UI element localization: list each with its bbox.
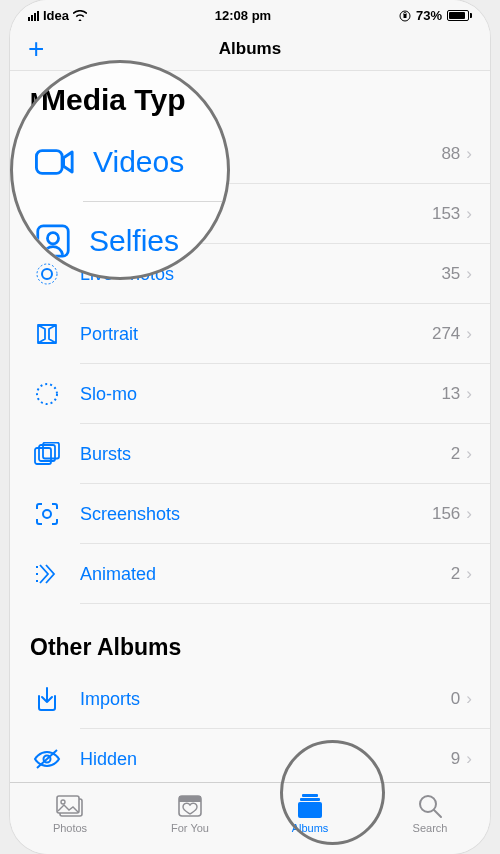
row-label: Screenshots <box>64 504 432 525</box>
svg-line-23 <box>434 810 441 817</box>
row-count: 0 <box>451 689 466 709</box>
status-bar: Idea 12:08 pm 73% <box>10 0 490 27</box>
row-label: Imports <box>64 689 451 710</box>
bursts-icon <box>30 437 64 471</box>
row-count: 274 <box>432 324 466 344</box>
svg-point-11 <box>43 510 51 518</box>
page-title: Albums <box>219 39 281 59</box>
media-row-screenshots[interactable]: Screenshots 156 › <box>10 484 490 544</box>
row-count: 2 <box>451 444 466 464</box>
tab-label: Search <box>413 822 448 834</box>
chevron-right-icon: › <box>466 564 472 584</box>
row-count: 2 <box>451 564 466 584</box>
section-media-types-heading: Media Types <box>10 71 490 124</box>
svg-point-5 <box>42 269 52 279</box>
chevron-right-icon: › <box>466 264 472 284</box>
row-label: Selfies <box>64 204 432 225</box>
photos-tab-icon <box>55 792 85 820</box>
svg-rect-2 <box>34 146 52 162</box>
add-button[interactable]: + <box>28 33 44 65</box>
tab-label: Albums <box>292 822 329 834</box>
row-count: 88 <box>441 144 466 164</box>
tab-bar: Photos For You Albums Search <box>10 782 490 854</box>
slomo-icon <box>30 377 64 411</box>
section-other-albums-heading: Other Albums <box>10 604 490 669</box>
svg-rect-21 <box>298 802 322 818</box>
row-label: Portrait <box>64 324 432 345</box>
battery-icon <box>447 10 472 21</box>
tab-label: For You <box>171 822 209 834</box>
nav-bar: + Albums <box>10 27 490 71</box>
albums-tab-icon <box>295 792 325 820</box>
media-row-slomo[interactable]: Slo-mo 13 › <box>10 364 490 424</box>
selfie-icon <box>30 197 64 231</box>
row-count: 156 <box>432 504 466 524</box>
row-count: 9 <box>451 749 466 769</box>
svg-point-7 <box>37 384 57 404</box>
row-label: Hidden <box>64 749 451 770</box>
chevron-right-icon: › <box>466 384 472 404</box>
other-row-imports[interactable]: Imports 0 › <box>10 669 490 729</box>
media-row-portrait[interactable]: Portrait 274 › <box>10 304 490 364</box>
animated-icon <box>30 557 64 591</box>
carrier-label: Idea <box>43 8 69 23</box>
row-label: Videos <box>64 144 441 165</box>
row-label: Slo-mo <box>64 384 441 405</box>
screenshots-icon <box>30 497 64 531</box>
media-row-videos[interactable]: Videos 88 › <box>10 124 490 184</box>
row-label: Animated <box>64 564 451 585</box>
chevron-right-icon: › <box>466 749 472 769</box>
svg-point-6 <box>37 264 57 284</box>
tab-search[interactable]: Search <box>370 783 490 854</box>
time-label: 12:08 pm <box>215 8 271 23</box>
tab-foryou[interactable]: For You <box>130 783 250 854</box>
media-row-bursts[interactable]: Bursts 2 › <box>10 424 490 484</box>
battery-pct: 73% <box>416 8 442 23</box>
svg-rect-3 <box>36 203 58 225</box>
svg-rect-1 <box>403 14 406 18</box>
row-count: 13 <box>441 384 466 404</box>
chevron-right-icon: › <box>466 504 472 524</box>
row-count: 153 <box>432 204 466 224</box>
tab-photos[interactable]: Photos <box>10 783 130 854</box>
imports-icon <box>30 682 64 716</box>
lock-icon <box>399 10 411 22</box>
chevron-right-icon: › <box>466 144 472 164</box>
search-tab-icon <box>417 792 443 820</box>
video-icon <box>30 137 64 171</box>
row-label: Live Photos <box>64 264 441 285</box>
portrait-icon <box>30 317 64 351</box>
chevron-right-icon: › <box>466 444 472 464</box>
svg-point-4 <box>43 208 51 216</box>
chevron-right-icon: › <box>466 324 472 344</box>
wifi-icon <box>73 10 87 21</box>
tab-label: Photos <box>53 822 87 834</box>
chevron-right-icon: › <box>466 204 472 224</box>
other-row-hidden[interactable]: Hidden 9 › <box>10 729 490 789</box>
media-row-animated[interactable]: Animated 2 › <box>10 544 490 604</box>
row-label: Bursts <box>64 444 451 465</box>
foryou-tab-icon <box>177 792 203 820</box>
svg-rect-18 <box>179 796 201 802</box>
tab-albums[interactable]: Albums <box>250 783 370 854</box>
row-count: 35 <box>441 264 466 284</box>
media-row-selfies[interactable]: Selfies 153 › <box>10 184 490 244</box>
svg-rect-20 <box>300 798 320 801</box>
signal-icon <box>28 11 39 21</box>
chevron-right-icon: › <box>466 689 472 709</box>
hidden-icon <box>30 742 64 776</box>
live-photos-icon <box>30 257 64 291</box>
media-row-live[interactable]: Live Photos 35 › <box>10 244 490 304</box>
svg-rect-19 <box>302 794 318 797</box>
